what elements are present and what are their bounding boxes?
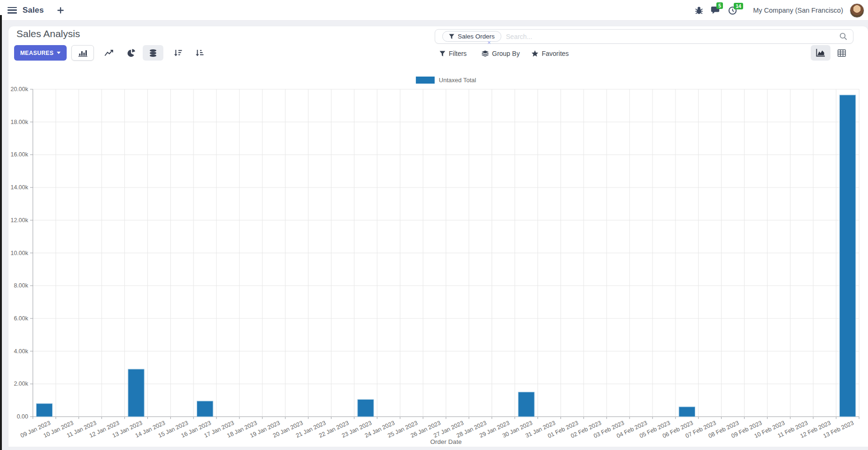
apps-menu-icon[interactable]	[8, 7, 17, 14]
y-tick-label: 2.00k	[14, 380, 28, 387]
plus-icon[interactable]	[57, 7, 64, 14]
search-input[interactable]	[506, 33, 839, 40]
pivot-table-icon	[837, 49, 846, 57]
y-tick-label: 12.00k	[10, 217, 28, 224]
screen-edge	[0, 15, 2, 450]
y-tick-label: 0.00	[17, 413, 28, 420]
layers-icon	[482, 50, 489, 57]
bar-chart-icon	[78, 49, 87, 57]
y-tick-label: 10.00k	[10, 250, 28, 256]
debug-bug-icon[interactable]	[695, 6, 703, 15]
top-navbar: Sales 5 14 My Company (San Francisco)	[0, 0, 868, 21]
chart-bar[interactable]	[358, 399, 374, 417]
sort-descending-button[interactable]	[168, 45, 188, 61]
bar-chart-button[interactable]	[71, 45, 94, 61]
y-tick-label: 4.00k	[14, 348, 28, 355]
chart-bar[interactable]	[36, 403, 52, 417]
search-bar[interactable]: Sales Orders	[435, 29, 853, 44]
pie-chart-icon	[127, 49, 136, 57]
search-facet-sales-orders[interactable]: Sales Orders	[442, 31, 501, 42]
messages-count-badge: 5	[716, 2, 723, 9]
app-name[interactable]: Sales	[23, 6, 44, 15]
sort-ascending-button[interactable]	[190, 45, 209, 61]
star-icon	[531, 50, 538, 57]
messages-icon[interactable]: 5	[711, 6, 721, 15]
stacked-toggle-button[interactable]	[143, 45, 163, 61]
stacked-icon	[149, 49, 157, 57]
filters-label: Filters	[449, 50, 467, 57]
favorites-label: Favorites	[542, 50, 569, 57]
facet-remove-icon[interactable]: ×	[487, 39, 491, 46]
chevron-down-icon	[57, 52, 61, 54]
sort-ascending-icon	[195, 49, 204, 57]
y-tick-label: 14.00k	[10, 184, 28, 191]
user-avatar[interactable]	[850, 3, 864, 18]
pie-chart-button[interactable]	[121, 45, 142, 61]
sales-analysis-bar-chart: 0.002.00k4.00k6.00k8.00k10.00k12.00k14.0…	[9, 70, 862, 447]
chart-bar[interactable]	[197, 401, 213, 417]
measures-label: MEASURES	[20, 50, 54, 56]
y-tick-label: 8.00k	[14, 282, 28, 289]
line-chart-button[interactable]	[99, 45, 119, 61]
y-tick-label: 20.00k	[10, 86, 28, 93]
sort-descending-icon	[174, 49, 182, 57]
search-icon[interactable]	[839, 32, 847, 40]
favorites-button[interactable]: Favorites	[531, 50, 569, 57]
activities-count-badge: 14	[734, 3, 743, 9]
group-by-label: Group By	[492, 50, 520, 57]
graph-view-button[interactable]	[811, 45, 830, 61]
chart-bar[interactable]	[518, 392, 534, 417]
chart-bar[interactable]	[679, 407, 695, 417]
company-switcher[interactable]: My Company (San Francisco)	[753, 7, 843, 14]
pivot-view-button[interactable]	[832, 45, 852, 61]
line-chart-icon	[104, 49, 114, 57]
page-title: Sales Analysis	[16, 28, 80, 39]
chart-bar[interactable]	[839, 95, 855, 417]
activities-clock-icon[interactable]: 14	[728, 6, 737, 15]
y-tick-label: 18.00k	[10, 119, 28, 125]
y-tick-label: 16.00k	[10, 151, 28, 158]
group-by-button[interactable]: Group By	[482, 50, 520, 57]
filter-funnel-icon	[449, 34, 454, 39]
measures-button[interactable]: MEASURES	[14, 45, 67, 61]
chart-bar[interactable]	[128, 369, 144, 417]
filter-funnel-icon	[439, 51, 446, 57]
area-chart-icon	[816, 49, 825, 57]
x-axis-title: Order Date	[430, 438, 462, 445]
y-tick-label: 6.00k	[14, 315, 28, 322]
filters-button[interactable]: Filters	[439, 50, 467, 57]
